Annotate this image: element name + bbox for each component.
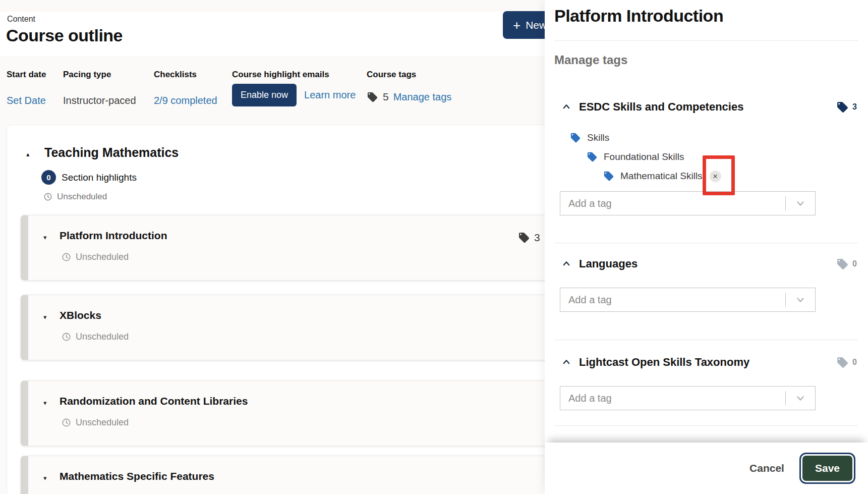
highlight-emails-label: Course highlight emails <box>232 70 329 80</box>
subsection-title: Mathematics Specific Features <box>60 470 214 482</box>
add-tag-combobox-lightcast <box>560 386 816 410</box>
applied-tag-skills: Skills <box>570 131 609 145</box>
manage-tags-panel: Platform Introduction Manage tags ESDC S… <box>545 0 868 494</box>
subsection-schedule: Unscheduled <box>62 332 129 342</box>
subsection-schedule: Unscheduled <box>62 417 129 428</box>
dropdown-toggle-button[interactable] <box>786 387 815 410</box>
taxonomy-tag-count: 0 <box>836 356 857 369</box>
taxonomy-name: ESDC Skills and Competencies <box>579 100 836 114</box>
tag-label: Mathematical Skills <box>620 171 703 182</box>
subsection-title: XBlocks <box>60 309 101 321</box>
enable-now-button[interactable]: Enable now <box>232 84 297 106</box>
tag-count-value: 0 <box>852 259 857 268</box>
metadata-pacing-type: Pacing type Instructor-paced <box>63 70 111 80</box>
course-metadata-bar: Start date Set Date Pacing type Instruct… <box>0 70 545 115</box>
section-schedule-label: Unscheduled <box>57 192 107 202</box>
collapse-chevron-icon[interactable] <box>562 259 571 268</box>
metadata-course-tags: Course tags 5 Manage tags <box>367 70 416 80</box>
subsection-title: Platform Introduction <box>60 230 167 242</box>
section-title: Teaching Mathematics <box>44 145 179 160</box>
clock-icon <box>62 252 71 262</box>
pacing-type-label: Pacing type <box>63 70 111 80</box>
add-tag-combobox-languages <box>560 288 816 312</box>
dropdown-toggle-button[interactable] <box>786 192 815 215</box>
tag-count-value: 3 <box>534 232 540 244</box>
checklists-label: Checklists <box>154 70 197 80</box>
breadcrumb: Content <box>7 15 35 24</box>
subsection-schedule-label: Unscheduled <box>76 252 129 262</box>
learn-more-link[interactable]: Learn more <box>304 89 356 101</box>
course-tags-count: 5 <box>383 91 389 103</box>
taxonomy-header-esdc: ESDC Skills and Competencies 3 <box>555 99 857 115</box>
divider <box>555 340 858 340</box>
subsection-expand-icon[interactable]: ▾ <box>43 399 47 407</box>
tag-count-value: 3 <box>852 102 857 112</box>
section-highlights[interactable]: 0 Section highlights <box>41 170 137 185</box>
taxonomy-tag-count: 3 <box>836 101 857 114</box>
subsection-schedule: Unscheduled <box>62 252 129 262</box>
panel-title: Platform Introduction <box>554 6 723 26</box>
collapse-chevron-icon[interactable] <box>562 358 571 367</box>
taxonomy-name: Lightcast Open Skills Taxonomy <box>579 356 836 369</box>
tag-icon <box>836 356 849 369</box>
pacing-type-value: Instructor-paced <box>63 95 136 106</box>
plus-icon: + <box>513 19 520 32</box>
tag-icon <box>570 132 581 143</box>
metadata-checklists: Checklists 2/9 completed <box>154 70 197 80</box>
checklists-link[interactable]: 2/9 completed <box>154 95 217 106</box>
chevron-down-icon <box>795 393 806 404</box>
section-schedule: Unscheduled <box>43 192 107 202</box>
tag-count-value: 0 <box>852 358 857 367</box>
tag-icon <box>836 101 849 114</box>
subsection-schedule-label: Unscheduled <box>76 332 129 342</box>
highlights-label: Section highlights <box>62 172 137 183</box>
tag-label: Foundational Skills <box>604 151 684 162</box>
metadata-highlight-emails: Course highlight emails Enable now Learn… <box>232 70 329 80</box>
taxonomy-header-languages: Languages 0 <box>555 256 857 272</box>
dropdown-toggle-button[interactable] <box>786 288 815 311</box>
divider <box>555 425 858 426</box>
tag-icon <box>367 91 378 103</box>
chevron-down-icon <box>795 198 806 209</box>
set-date-link[interactable]: Set Date <box>7 95 46 106</box>
add-tag-combobox-esdc <box>560 191 816 215</box>
highlights-count-badge: 0 <box>41 170 56 185</box>
taxonomy-header-lightcast: Lightcast Open Skills Taxonomy 0 <box>555 354 857 370</box>
tag-label: Skills <box>587 132 609 143</box>
save-button[interactable]: Save <box>802 456 852 481</box>
add-tag-input[interactable] <box>560 387 785 410</box>
subsection-expand-icon[interactable]: ▾ <box>43 474 47 482</box>
panel-subtitle: Manage tags <box>554 53 627 67</box>
subsection-expand-icon[interactable]: ▾ <box>43 234 47 241</box>
cancel-button[interactable]: Cancel <box>749 462 784 474</box>
taxonomy-name: Languages <box>579 257 836 270</box>
close-icon: ✕ <box>713 173 718 180</box>
divider <box>555 40 858 41</box>
taxonomy-tag-count: 0 <box>836 258 857 270</box>
manage-tags-link[interactable]: Manage tags <box>393 91 452 103</box>
start-date-label: Start date <box>7 70 46 80</box>
panel-footer: Cancel Save <box>545 443 868 494</box>
subsection-tag-count: 3 <box>518 232 540 244</box>
add-tag-input[interactable] <box>560 288 785 311</box>
tag-icon <box>518 232 530 244</box>
collapse-chevron-icon[interactable] <box>562 102 571 112</box>
section-collapse-icon[interactable]: ▴ <box>26 150 30 158</box>
applied-tag-mathematical-skills: Mathematical Skills ✕ <box>603 169 721 183</box>
subsection-expand-icon[interactable]: ▾ <box>43 313 47 321</box>
metadata-start-date: Start date Set Date <box>7 70 46 80</box>
remove-tag-button[interactable]: ✕ <box>710 171 721 182</box>
course-tags-label: Course tags <box>367 70 416 80</box>
subsection-schedule-label: Unscheduled <box>76 417 129 428</box>
clock-icon <box>43 192 52 201</box>
chevron-down-icon <box>795 294 806 305</box>
divider <box>555 243 858 243</box>
add-tag-input[interactable] <box>560 192 785 215</box>
applied-tag-foundational-skills: Foundational Skills <box>587 150 684 164</box>
clock-icon <box>62 332 71 342</box>
subsection-title: Randomization and Content Libraries <box>60 395 248 407</box>
tag-icon <box>603 171 614 182</box>
tag-icon <box>836 258 849 270</box>
new-button-label: New <box>526 19 547 31</box>
clock-icon <box>62 418 71 427</box>
